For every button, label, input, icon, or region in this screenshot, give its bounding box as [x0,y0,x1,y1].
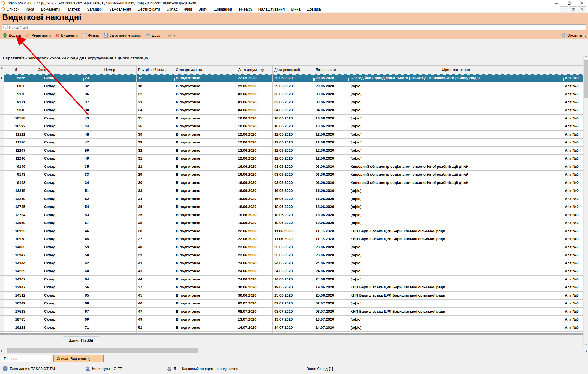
column-header-11[interactable] [563,66,583,74]
table-row[interactable]: 9143Склад3319В подготовке16.06.202003.06… [0,171,583,179]
table-row[interactable]: 9148Склад3420В подготовке16.06.202003.06… [0,179,583,187]
menu-item-14[interactable]: Вікна [291,7,300,11]
menu-item-5[interactable]: Залишки [87,7,102,11]
table-row[interactable]: ▸5856Склад2312В подготовке22.05.202020.0… [0,74,583,82]
cell: 10978 [4,235,27,243]
table-row[interactable]: 10992Склад4628В подготовке22.06.202011.0… [0,227,583,235]
tab-home[interactable]: Головна [1,355,51,362]
table-row[interactable]: 11176Склад4729В подготовке12.06.202012.0… [0,139,583,147]
column-header-1[interactable]: ІД [4,66,27,74]
menu-item-13[interactable]: Налаштування [258,7,285,11]
table-row[interactable]: 16249Склад6646В подготовке02.07.202002.0… [0,300,583,308]
view-options-button[interactable] [167,33,176,38]
table-row[interactable]: 10978Склад4527В подготовке22.06.202011.0… [0,235,583,243]
table-row[interactable]: 12947Склад5637В подготовке30.06.202019.0… [0,283,583,292]
table-row[interactable]: 11297Склад5032В подготовке12.06.202012.0… [0,147,583,155]
tab-expense-documents[interactable]: Список: Видаткові д ... [53,355,104,362]
menu-item-11[interactable]: Довідники [214,7,232,11]
column-header-10[interactable]: Фірма-контрагент [349,66,563,74]
table-row[interactable]: 12734Склад5335В подготовке18.06.202018.0… [0,211,583,219]
cell: 48 [83,131,137,139]
menu-item-9[interactable]: Філії [184,7,192,11]
menu-item-3[interactable]: Документи [41,7,60,11]
refresh-dropdown-icon[interactable] [585,36,587,37]
add-button[interactable]: Додати [3,33,21,38]
menu-item-1[interactable]: Список [7,7,19,11]
menu-item-10[interactable]: Звіти [198,7,207,11]
table-row[interactable]: 12215Склад5133В подготовке16.06.202016.0… [0,187,583,195]
close-button[interactable] [575,0,588,6]
vertical-scroll-thumb[interactable] [584,60,588,98]
table-row[interactable]: 12959Склад5738В подготовке19.06.202019.0… [0,219,583,227]
minimize-button[interactable] [550,0,563,6]
table-row[interactable]: 13947Склад5839В подготовке23.06.202023.0… [0,251,583,259]
column-header-8[interactable]: Дата реєстрації [273,66,314,74]
cell: 12.06.2020 [273,131,314,139]
column-header-7[interactable]: Дата документу [236,66,273,74]
table-row[interactable]: 9310Склад3824В подготовке04.06.202004.06… [0,106,583,115]
menu-item-12[interactable]: eHealth [239,7,252,11]
cell [57,235,83,243]
column-header-3[interactable] [57,66,83,74]
scroll-left-icon[interactable]: ‹ [1,348,2,354]
table-row[interactable]: 14209Склад6041В подготовке24.06.202024.0… [0,267,583,276]
column-header-4[interactable]: Номер [83,66,137,74]
table-row[interactable]: 14512Склад6545В подготовке30.06.202025.0… [0,292,583,300]
table-row[interactable]: 12745Склад5436В подготовке18.06.202018.0… [0,203,583,211]
child-restore-button[interactable] [569,6,577,12]
search-input[interactable] [8,25,586,30]
cell: 29.05.2020 [314,82,349,90]
column-header-9[interactable]: Дата оплати [314,66,349,74]
data-grid: ≣ ІДЗонаНомерВнутрішній номерСтан докуме… [0,65,583,343]
cell: Склад [27,316,57,324]
table-row[interactable]: 9171Склад3723В подготовке03.06.202003.06… [0,98,583,107]
table-row[interactable]: 19228Склад7151В подготовке14.07.202014.0… [0,324,583,332]
table-row[interactable]: 18785Склад6949В подготовке13.07.202013.0… [0,316,583,324]
table-row[interactable]: 9170Склад3622В подготовке03.06.202003.06… [0,90,583,98]
cell: В подготовке [174,131,236,139]
menu-item-7[interactable]: Сертифікати [138,7,160,11]
table-row[interactable]: 8026Склад3218В подготовке29.05.202029.05… [0,82,583,91]
scroll-down-icon[interactable]: ▼ [584,342,588,347]
vertical-scrollbar[interactable]: ▲ ▼ [583,54,588,347]
cell: (офіс) [349,243,563,251]
table-row[interactable]: 11211Склад4830В подготовке12.06.202012.0… [0,131,583,139]
scroll-up-icon[interactable]: ▲ [584,54,588,59]
table-row[interactable]: 12219Склад5234В подготовке16.06.202016.0… [0,195,583,203]
filter-button[interactable]: Фільтр [82,33,99,38]
row-indicator [0,115,4,122]
delete-button[interactable]: Видалити [55,33,78,38]
table-row[interactable]: 10588Склад4325В подготовке10.06.202010.0… [0,115,583,123]
refresh-button[interactable]: Оновити [561,33,582,38]
table-row[interactable]: 11296Склад4931В подготовке12.06.202012.0… [0,155,583,163]
horizontal-scrollbar[interactable]: ‹ › [0,347,588,354]
scroll-right-icon[interactable]: › [586,348,587,354]
edit-button[interactable]: Редагувати [25,33,51,38]
table-row[interactable]: 14367Склад6444В подготовке24.06.202024.0… [0,276,583,284]
menu-item-15[interactable]: Довідка [307,7,321,11]
menu-item-8[interactable]: Склад [167,7,178,11]
column-header-6[interactable]: Стан документа [174,66,236,74]
horizontal-scroll-thumb[interactable] [7,348,198,353]
menu-item-6[interactable]: Замовлення [109,7,131,11]
cell: 12.06.2020 [273,155,314,163]
cell: (офіс) [349,324,563,332]
cell: 16.06.2020 [236,171,273,179]
column-header-5[interactable]: Внутрішній номер [137,66,174,74]
search-box[interactable] [2,24,586,30]
table-row[interactable]: 14344Склад6243В подготовке24.06.202024.0… [0,259,583,268]
table-row[interactable]: 17518Склад6747В подготовке08.07.202008.0… [0,308,583,316]
table-row[interactable]: 9149Склад3521В подготовке16.06.202003.06… [0,163,583,171]
table-row[interactable]: 10592Склад4426В подготовке10.06.202010.0… [0,122,583,131]
menu-item-2[interactable]: Каса [26,7,34,11]
group-panel[interactable]: Перетягніть заголовок колонки сюди для у… [0,39,588,65]
child-close-button[interactable] [578,6,586,12]
restore-button[interactable] [563,0,575,6]
column-header-2[interactable]: Зона [27,66,57,74]
child-minimize-button[interactable] [560,6,568,12]
table-row[interactable]: 14083Склад5940В подготовке23.06.202023.0… [0,243,583,252]
cash-register-icon [167,366,172,371]
export-button[interactable]: Загальний експорт [104,33,142,38]
menu-item-4[interactable]: Платежі [66,7,80,11]
print-button[interactable]: Друк [146,33,160,38]
